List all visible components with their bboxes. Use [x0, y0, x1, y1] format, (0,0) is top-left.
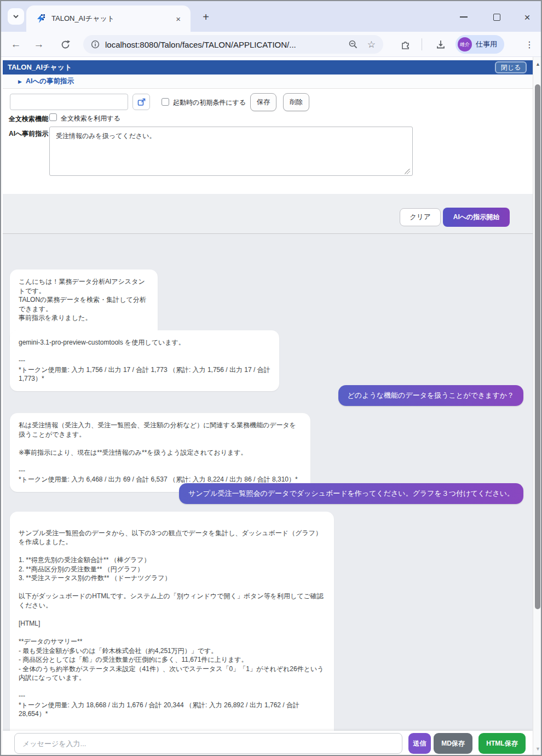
forward-button[interactable]: →: [30, 32, 48, 57]
zoom-icon[interactable]: [348, 39, 358, 49]
send-button[interactable]: 送信: [408, 733, 431, 754]
app-close-button[interactable]: 閉じる: [495, 61, 527, 73]
browser-window: TALON_AIチャット × + × ← → localhost:80: [0, 0, 542, 756]
browser-tab[interactable]: TALON_AIチャット ×: [26, 5, 191, 32]
delete-button[interactable]: 削除: [283, 93, 309, 111]
start-instruction-button[interactable]: AIへの指示開始: [443, 208, 510, 227]
fulltext-checkbox[interactable]: [49, 113, 57, 121]
fulltext-checkbox-label: 全文検索を利用する: [61, 114, 120, 123]
tab-title: TALON_AIチャット: [51, 14, 174, 24]
url-bar[interactable]: localhost:8080/Talon/faces/TALON/APPLICA…: [83, 35, 383, 54]
extensions-icon[interactable]: [396, 32, 414, 57]
composer-bar: 送信 MD保存 HTML保存: [3, 731, 533, 756]
maximize-icon: [493, 14, 500, 21]
back-button[interactable]: ←: [7, 32, 25, 57]
new-tab-button[interactable]: +: [198, 9, 214, 25]
tab-search-button[interactable]: [8, 8, 24, 25]
ai-message: gemini-3.1-pro-preview-customtools を使用して…: [10, 330, 279, 391]
profile-label: 仕事用: [476, 39, 497, 49]
profile-chip[interactable]: 雄介 仕事用: [455, 35, 504, 54]
site-info-icon[interactable]: [91, 40, 100, 49]
preset-section-title: AIへの事前指示: [26, 77, 74, 86]
page-scrollbar[interactable]: ▲ ▼: [533, 57, 542, 756]
minimize-icon: [460, 16, 468, 18]
scrollbar-thumb[interactable]: [535, 84, 540, 609]
ai-message: 私は受注情報（受注入力、受注一覧照会、受注額の分析など）に関連する業務機能のデー…: [10, 413, 310, 492]
open-new-window-button[interactable]: [132, 94, 150, 110]
save-button[interactable]: 保存: [250, 93, 276, 111]
download-icon[interactable]: [431, 32, 450, 57]
clear-button[interactable]: クリア: [400, 208, 441, 226]
tab-strip: TALON_AIチャット × + ×: [1, 1, 541, 32]
scroll-down-icon[interactable]: ▼: [533, 746, 542, 752]
instruction-label: AIへ事前指示: [9, 129, 48, 139]
bookmark-star-icon[interactable]: ☆: [367, 40, 376, 49]
browser-toolbar: ← → localhost:8080/Talon/faces/TALON/APP…: [1, 32, 541, 57]
close-icon: ×: [524, 12, 530, 22]
action-band: クリア AIへの指示開始: [3, 194, 533, 234]
app-header: TALON_AIチャット 閉じる: [3, 60, 533, 75]
toolbar-divider: [422, 38, 422, 50]
favicon-icon: [36, 14, 46, 24]
message-input[interactable]: [14, 733, 402, 754]
open-in-new-icon: [137, 98, 146, 107]
preset-name-input[interactable]: [10, 94, 128, 110]
browser-menu-kebab-icon[interactable]: ⋮: [521, 32, 538, 57]
app-title: TALON_AIチャット: [8, 62, 495, 72]
window-maximize-button[interactable]: [487, 10, 506, 24]
avatar: 雄介: [458, 37, 472, 51]
url-text: localhost:8080/Talon/faces/TALON/APPLICA…: [105, 40, 348, 49]
ai-message-with-preview: サンプル受注一覧照会のデータから、以下の3つの観点でデータを集計し、ダッシュボー…: [10, 512, 334, 731]
user-message: サンプル受注一覧照会のデータでダッシュボードを作ってください。グラフを３つ付けて…: [179, 483, 523, 504]
preset-section-header[interactable]: ▶ AIへの事前指示: [3, 75, 533, 89]
startup-checkbox-label: 起動時の初期条件にする: [173, 98, 246, 107]
expand-arrow-icon: ▶: [18, 79, 22, 84]
instruction-textarea[interactable]: 受注情報のみを扱ってください。: [49, 127, 413, 176]
html-save-button[interactable]: HTML保存: [478, 733, 526, 754]
tab-close-icon[interactable]: ×: [174, 14, 183, 24]
window-minimize-button[interactable]: [454, 10, 474, 24]
user-message: どのような機能のデータを扱うことができますか？: [338, 385, 523, 406]
fulltext-section-label: 全文検索機能: [9, 114, 48, 124]
ai-message-text: サンプル受注一覧照会のデータから、以下の3つの観点でデータを集計し、ダッシュボー…: [19, 529, 325, 719]
startup-checkbox[interactable]: [162, 98, 169, 106]
chat-area: こんにちは！業務データ分析AIアシスタントです。 TALONの業務データを検索・…: [3, 234, 533, 731]
reload-button[interactable]: [56, 32, 74, 57]
scroll-up-icon[interactable]: ▲: [533, 61, 542, 67]
chevron-down-icon: [12, 13, 20, 20]
md-save-button[interactable]: MD保存: [434, 733, 472, 754]
window-close-button[interactable]: ×: [517, 10, 537, 24]
reload-icon: [60, 39, 71, 50]
